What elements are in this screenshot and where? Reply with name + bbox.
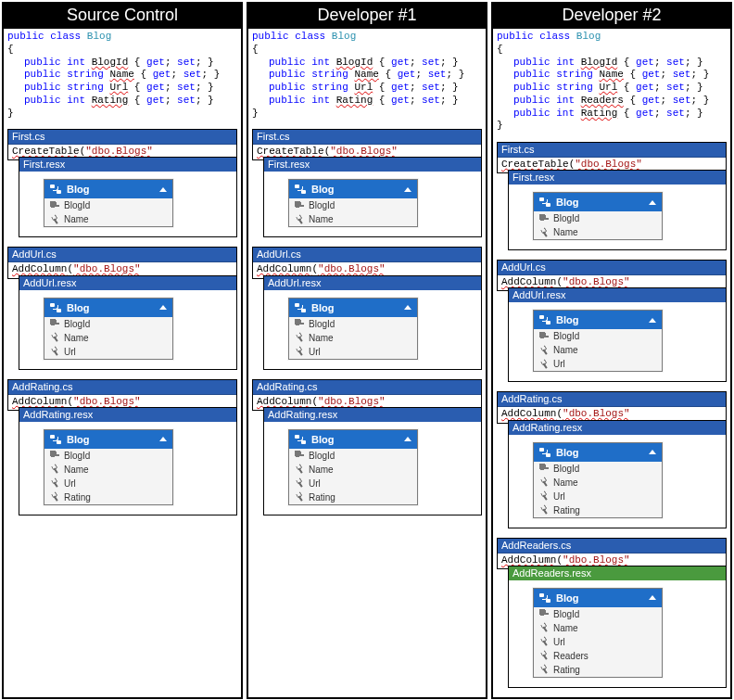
entity-body: BlogIdNameUrlRating	[534, 462, 662, 517]
key-icon	[295, 201, 304, 210]
property-name: Rating	[553, 665, 580, 675]
key-icon	[539, 609, 549, 618]
entity-property: Rating	[534, 663, 662, 677]
cs-card: AddRating.csAddColumn("dbo.Blogs"	[252, 379, 482, 411]
chevron-up-icon	[159, 437, 167, 441]
column: Developer #1public class Blog{public int…	[247, 2, 487, 699]
entity-icon	[539, 593, 550, 603]
entity-property: Url	[289, 345, 417, 359]
entity-property: BlogId	[534, 462, 662, 476]
entity-property: Rating	[534, 503, 662, 517]
column: Developer #2public class Blog{public int…	[491, 2, 732, 699]
entity-property: BlogId	[534, 211, 662, 225]
chevron-up-icon	[159, 305, 167, 310]
wrench-icon	[538, 649, 550, 662]
wrench-icon	[293, 490, 306, 503]
entity-body: BlogIdNameUrlRating	[289, 449, 417, 504]
entity-card: BlogBlogIdNameUrl	[44, 298, 173, 360]
property-name: Url	[309, 347, 321, 357]
property-name: Name	[309, 333, 334, 343]
entity-card: BlogBlogIdNameUrlRating	[288, 429, 418, 505]
cs-title: AddUrl.cs	[253, 248, 481, 262]
entity-icon	[539, 197, 550, 207]
cs-card: AddUrl.csAddColumn("dbo.Blogs"	[7, 247, 237, 278]
code-line: public class Blog	[497, 31, 727, 44]
entity-card: BlogBlogIdName	[533, 192, 663, 240]
code-line: }	[252, 108, 482, 121]
code-line: public string Url { get; set; }	[7, 82, 237, 95]
resx-title: First.resx	[19, 158, 236, 172]
resx-title: AddUrl.resx	[19, 276, 236, 290]
wrench-icon	[538, 663, 550, 676]
resx-title: AddRating.resx	[509, 421, 726, 435]
code-line: public string Name { get; set; }	[497, 69, 727, 82]
entity-card: BlogBlogIdNameUrl	[288, 298, 418, 360]
code-line: public string Name { get; set; }	[252, 69, 482, 82]
entity-card: BlogBlogIdNameUrl	[533, 310, 663, 372]
entity-property: Name	[44, 212, 172, 226]
code-line: public int Readers { get; set; }	[497, 95, 727, 108]
property-name: Url	[64, 347, 76, 357]
entity-card: BlogBlogIdName	[44, 179, 173, 227]
entity-property: BlogId	[44, 317, 172, 331]
wrench-icon	[293, 477, 306, 490]
entity-icon	[50, 303, 61, 312]
entity-property: BlogId	[289, 449, 417, 463]
entity-header: Blog	[289, 430, 417, 449]
column-header: Developer #2	[493, 4, 730, 29]
entity-property: Url	[44, 477, 172, 490]
property-name: BlogId	[64, 451, 90, 461]
entity-name: Blog	[556, 447, 578, 458]
entity-header: Blog	[289, 299, 417, 317]
key-icon	[50, 201, 59, 210]
entity-property: Url	[44, 345, 172, 359]
resx-title: AddReaders.resx	[509, 566, 726, 580]
property-name: Readers	[553, 651, 588, 661]
entity-property: BlogId	[289, 198, 417, 212]
cs-title: AddUrl.cs	[498, 261, 726, 275]
entity-property: Name	[289, 212, 417, 226]
entity-icon	[295, 435, 306, 444]
entity-name: Blog	[67, 434, 89, 445]
chevron-up-icon	[404, 437, 411, 441]
entity-property: Name	[289, 331, 417, 345]
key-icon	[539, 214, 549, 223]
property-name: Name	[553, 477, 578, 488]
entity-header: Blog	[534, 193, 662, 211]
entity-icon	[50, 435, 61, 444]
code-line: public int BlogId { get; set; }	[497, 57, 727, 70]
resx-title: AddRating.resx	[264, 408, 481, 422]
property-name: Name	[553, 623, 578, 633]
property-name: Url	[553, 359, 565, 369]
entity-property: BlogId	[289, 317, 417, 331]
entity-property: Rating	[289, 490, 417, 504]
entity-property: BlogId	[534, 329, 662, 343]
chevron-up-icon	[649, 318, 656, 323]
entity-icon	[295, 185, 306, 194]
entity-card: BlogBlogIdName	[288, 179, 418, 227]
cs-card: First.csCreateTable("dbo.Blogs"	[252, 129, 482, 160]
code-line: {	[497, 44, 727, 57]
property-name: Rating	[553, 505, 580, 515]
entity-name: Blog	[311, 434, 334, 445]
property-name: BlogId	[309, 200, 335, 210]
resx-card: AddUrl.resxBlogBlogIdNameUrl	[508, 287, 727, 382]
entity-property: BlogId	[44, 198, 172, 212]
property-name: Name	[64, 465, 89, 475]
cs-card: AddRating.csAddColumn("dbo.Blogs"	[7, 379, 237, 411]
cs-title: AddUrl.cs	[8, 248, 236, 262]
code-line: public class Blog	[252, 31, 482, 44]
entity-body: BlogIdName	[534, 211, 662, 239]
entity-body: BlogIdNameUrl	[289, 317, 417, 359]
column-header: Source Control	[4, 4, 241, 29]
entity-body: BlogIdName	[44, 198, 172, 226]
resx-card: AddRating.resxBlogBlogIdNameUrlRating	[19, 407, 237, 515]
entity-header: Blog	[44, 430, 172, 449]
resx-title: First.resx	[264, 158, 481, 172]
resx-title: First.resx	[509, 171, 726, 185]
property-name: BlogId	[64, 200, 90, 210]
key-icon	[539, 464, 549, 473]
chevron-up-icon	[649, 450, 656, 454]
entity-name: Blog	[556, 314, 578, 325]
code-line: public string Url { get; set; }	[252, 82, 482, 95]
